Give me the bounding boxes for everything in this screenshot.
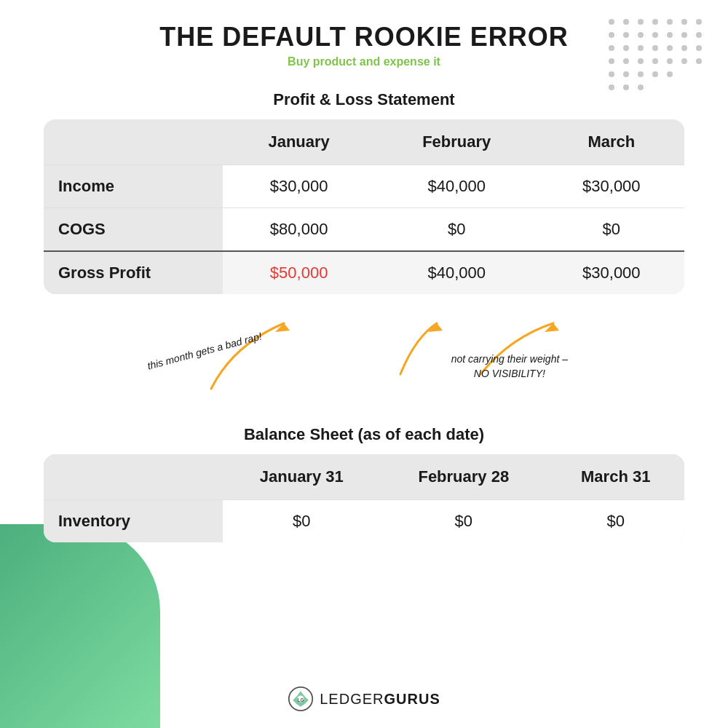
inventory-feb: $0 (380, 500, 547, 543)
gross-profit-mar: $30,000 (539, 251, 684, 294)
title-section: THE DEFAULT ROOKIE ERROR Buy product and… (44, 22, 684, 68)
pnl-table: January February March Income $30,000 $4… (44, 119, 684, 294)
footer: LG LEDGERGURUS (0, 686, 728, 715)
svg-text:LG: LG (298, 697, 304, 703)
footer-text: LEDGERGURUS (320, 691, 440, 708)
balance-title: Balance Sheet (as of each date) (44, 425, 684, 444)
subtitle: Buy product and expense it (44, 55, 684, 68)
inventory-row: Inventory $0 $0 $0 (44, 500, 684, 543)
svg-marker-36 (275, 323, 290, 332)
footer-gurus: GURUS (384, 691, 440, 707)
pnl-title: Profit & Loss Statement (44, 90, 684, 109)
pnl-col-feb: February (375, 119, 539, 165)
inventory-jan: $0 (223, 500, 380, 543)
annotation-area: this month gets a bad rap! not carrying … (44, 301, 684, 418)
inventory-mar: $0 (547, 500, 684, 543)
annotation-right: not carrying their weight – NO VISIBILIT… (451, 352, 568, 381)
cogs-row: COGS $80,000 $0 $0 (44, 208, 684, 252)
income-row: Income $30,000 $40,000 $30,000 (44, 165, 684, 208)
balance-header-row: January 31 February 28 March 31 (44, 454, 684, 500)
cogs-feb: $0 (375, 208, 539, 252)
gross-profit-feb: $40,000 (375, 251, 539, 294)
pnl-col-label (44, 119, 223, 165)
income-feb: $40,000 (375, 165, 539, 208)
pnl-header-row: January February March (44, 119, 684, 165)
ledgergurus-logo-icon: LG (288, 686, 314, 712)
cogs-mar: $0 (539, 208, 684, 252)
income-label: Income (44, 165, 223, 208)
svg-marker-37 (428, 323, 443, 332)
arrows-svg (44, 301, 684, 418)
inventory-label: Inventory (44, 500, 223, 543)
footer-ledger: LEDGER (320, 691, 384, 707)
pnl-section: Profit & Loss Statement January February… (44, 90, 684, 294)
main-title: THE DEFAULT ROOKIE ERROR (44, 22, 684, 52)
balance-col-feb28: February 28 (380, 454, 547, 500)
income-mar: $30,000 (539, 165, 684, 208)
footer-logo: LG LEDGERGURUS (288, 686, 440, 712)
balance-col-mar31: March 31 (547, 454, 684, 500)
balance-section: Balance Sheet (as of each date) January … (44, 425, 684, 542)
balance-col-label (44, 454, 223, 500)
gross-profit-row: Gross Profit $50,000 $40,000 $30,000 (44, 251, 684, 294)
income-jan: $30,000 (223, 165, 374, 208)
svg-marker-38 (545, 323, 559, 332)
balance-table: January 31 February 28 March 31 Inventor… (44, 454, 684, 542)
pnl-col-jan: January (223, 119, 374, 165)
gross-profit-jan: $50,000 (223, 251, 374, 294)
balance-col-jan31: January 31 (223, 454, 380, 500)
pnl-table-container: January February March Income $30,000 $4… (44, 119, 684, 294)
annotation-left: this month gets a bad rap! (146, 330, 264, 371)
cogs-jan: $80,000 (223, 208, 374, 252)
balance-table-container: January 31 February 28 March 31 Inventor… (44, 454, 684, 542)
gross-profit-label: Gross Profit (44, 251, 223, 294)
pnl-col-mar: March (539, 119, 684, 165)
cogs-label: COGS (44, 208, 223, 252)
